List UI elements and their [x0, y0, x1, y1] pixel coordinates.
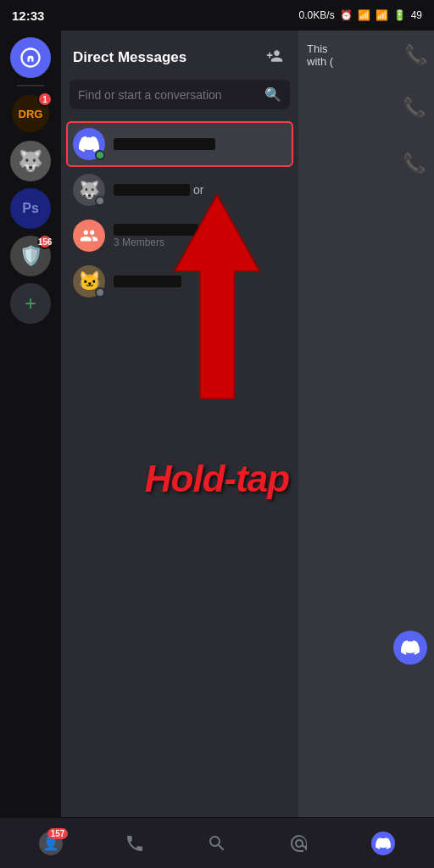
discord-floating-button[interactable]	[393, 631, 427, 665]
server-list: DRG 1 🐺 Ps 🛡️ 156 +	[0, 31, 61, 817]
add-server-button[interactable]: +	[10, 283, 51, 324]
call-icon-right-1[interactable]: 📞	[404, 44, 427, 66]
status-dot-offline-2	[95, 196, 105, 206]
wifi-icon: 📶	[376, 9, 388, 21]
dm-name-block-1	[114, 138, 287, 150]
right-header-text: This	[307, 42, 328, 55]
server-item-wolf[interactable]: 🐺	[10, 141, 51, 181]
server-item-armor[interactable]: 🛡️ 156	[10, 236, 51, 276]
status-icons: 0.0KB/s ⏰ 📶 📶 🔋 49	[299, 9, 422, 21]
nav-badge-avatar: 157	[47, 828, 69, 839]
search-placeholder: Find or start a conversation	[78, 88, 258, 102]
dm-item-2[interactable]: 🐺 or	[66, 167, 293, 213]
battery-icon: 🔋	[393, 9, 406, 21]
nav-item-friends[interactable]	[125, 833, 145, 854]
nav-item-search[interactable]	[207, 833, 227, 854]
dm-avatar-3	[73, 220, 105, 252]
dm-name-2: or	[114, 183, 287, 197]
armor-badge: 156	[37, 234, 53, 249]
dm-name-4	[114, 275, 287, 287]
ps-avatar: Ps	[10, 188, 51, 229]
nav-item-profile[interactable]	[371, 832, 395, 855]
server-separator	[17, 85, 44, 86]
dm-item-3[interactable]: le... 3 Members	[66, 213, 293, 259]
dm-list: 🐺 or	[61, 118, 298, 817]
right-panel-text: This with (	[307, 42, 333, 68]
dm-avatar-2: 🐺	[73, 174, 105, 206]
battery-level: 49	[411, 9, 422, 21]
status-dot-offline-4	[95, 287, 105, 298]
dm-name-3: le...	[114, 223, 287, 236]
right-panel: This with ( 📞 📞 📞	[298, 31, 434, 817]
nav-item-mentions[interactable]	[289, 833, 309, 854]
status-dot-online	[95, 150, 105, 160]
network-speed: 0.0KB/s	[299, 9, 335, 21]
call-icon-right-3[interactable]: 📞	[403, 153, 426, 175]
search-icon: 🔍	[264, 86, 281, 103]
drg-badge: 1	[37, 92, 53, 107]
status-time: 12:33	[12, 8, 44, 23]
dm-name-1	[114, 138, 287, 150]
new-dm-button[interactable]	[263, 44, 287, 71]
server-item-drg[interactable]: DRG 1	[10, 93, 51, 134]
dm-name-block-4	[114, 275, 287, 287]
dm-name-block-2: or	[114, 183, 287, 197]
right-panel-header: This with ( 📞	[298, 31, 434, 80]
alarm-icon: ⏰	[340, 9, 353, 21]
nav-item-avatar[interactable]: 👤 157	[39, 832, 63, 855]
search-bar[interactable]: Find or start a conversation 🔍	[70, 80, 290, 109]
status-bar: 12:33 0.0KB/s ⏰ 📶 📶 🔋 49	[0, 0, 434, 31]
group-avatar	[73, 220, 105, 252]
dm-item-1[interactable]	[66, 121, 293, 167]
bottom-nav: 👤 157	[0, 817, 434, 868]
call-icon-right-2[interactable]: 📞	[403, 97, 426, 119]
dm-panel: Direct Messages Find or start a conversa…	[61, 31, 298, 817]
main-layout: DRG 1 🐺 Ps 🛡️ 156 + Direct Messages	[0, 31, 434, 817]
dm-avatar-1	[73, 128, 105, 160]
right-header-sub: with (	[307, 55, 333, 68]
signal-icon: 📶	[358, 9, 370, 21]
dm-panel-title: Direct Messages	[73, 49, 186, 66]
group-member-count: 3 Members	[114, 236, 287, 248]
server-item-ps[interactable]: Ps	[10, 188, 51, 229]
dm-header: Direct Messages	[61, 31, 298, 80]
dm-avatar-4: 🐱	[73, 265, 105, 298]
dm-name-block-3: le... 3 Members	[114, 223, 287, 248]
dm-item-4[interactable]: 🐱	[66, 259, 293, 304]
home-button[interactable]	[10, 37, 51, 78]
